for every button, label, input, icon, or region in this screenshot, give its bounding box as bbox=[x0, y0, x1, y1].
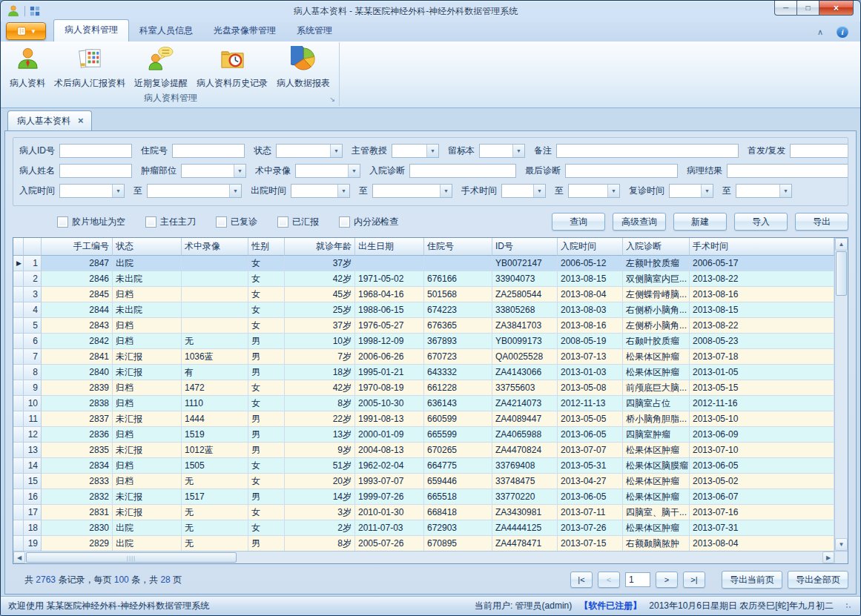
table-cell[interactable]: 664775 bbox=[424, 458, 492, 474]
table-row[interactable]: 122836归档1519男13岁2000-01-09665599ZA406598… bbox=[13, 427, 834, 443]
table-cell[interactable]: 1472 bbox=[182, 380, 248, 396]
admission-date-to-combobox[interactable]: ▼ bbox=[147, 184, 242, 198]
table-cell[interactable]: 2005-10-30 bbox=[355, 396, 424, 411]
row-indicator-cell[interactable] bbox=[13, 474, 24, 489]
status-combobox[interactable]: ▼ bbox=[276, 144, 343, 158]
row-number-cell[interactable]: 13 bbox=[24, 443, 42, 458]
table-cell[interactable]: 四脑室、脑干... bbox=[623, 505, 690, 520]
ribbon-tab-system-management[interactable]: 系统管理 bbox=[286, 21, 343, 42]
application-menu-button[interactable]: ▼ bbox=[6, 22, 46, 40]
first-recurrent-combobox[interactable]: ▼ bbox=[790, 144, 848, 158]
table-cell[interactable]: 2847 bbox=[42, 256, 113, 271]
table-cell[interactable]: 2008-05-19 bbox=[558, 334, 623, 349]
row-indicator-cell[interactable] bbox=[13, 349, 24, 365]
row-indicator-cell[interactable] bbox=[13, 380, 24, 396]
row-number-cell[interactable]: 14 bbox=[24, 458, 42, 474]
table-cell[interactable]: 33805268 bbox=[492, 302, 558, 318]
row-number-cell[interactable]: 12 bbox=[24, 427, 42, 443]
export-button[interactable]: 导出 bbox=[795, 213, 848, 231]
table-cell[interactable]: 2839 bbox=[42, 380, 113, 396]
table-cell[interactable]: 1995-01-21 bbox=[355, 365, 424, 380]
grid-corner-indicator[interactable] bbox=[13, 238, 24, 256]
chief-professor-combobox[interactable]: ▼ bbox=[392, 144, 439, 158]
table-cell[interactable]: 42岁 bbox=[285, 271, 355, 287]
table-cell[interactable]: 右侧桥小脑角... bbox=[623, 302, 690, 318]
row-number-cell[interactable]: 10 bbox=[24, 396, 42, 411]
table-cell[interactable]: 672903 bbox=[424, 520, 492, 536]
table-cell[interactable]: 1993-07-07 bbox=[355, 474, 424, 489]
column-header[interactable]: 手工编号 bbox=[42, 238, 113, 256]
revisit-date-to-combobox[interactable]: ▼ bbox=[736, 184, 792, 198]
row-number-cell[interactable]: 16 bbox=[24, 489, 42, 505]
table-cell[interactable]: 42岁 bbox=[285, 380, 355, 396]
admission-no-input[interactable] bbox=[172, 144, 245, 158]
table-cell[interactable]: 2829 bbox=[42, 536, 113, 551]
table-cell[interactable]: 2004-08-13 bbox=[355, 443, 424, 458]
table-cell[interactable]: 松果体区肿瘤 bbox=[623, 474, 690, 489]
ribbon-button-postop-report[interactable]: 术后病人汇报资料 bbox=[50, 44, 130, 91]
table-cell[interactable]: 665518 bbox=[424, 489, 492, 505]
document-tab-patient-basic-data[interactable]: 病人基本资料 × bbox=[7, 110, 92, 130]
table-cell[interactable]: 女 bbox=[248, 396, 285, 411]
table-cell[interactable]: 女 bbox=[248, 256, 285, 271]
row-indicator-cell[interactable] bbox=[13, 443, 24, 458]
query-button[interactable]: 查询 bbox=[552, 213, 605, 231]
next-page-button[interactable]: > bbox=[656, 572, 678, 588]
column-header[interactable]: 状态 bbox=[113, 238, 182, 256]
table-cell[interactable]: 未汇报 bbox=[113, 505, 182, 520]
patient-id-input[interactable] bbox=[59, 144, 132, 158]
table-cell[interactable]: 松果体区肿瘤 bbox=[623, 365, 690, 380]
table-row[interactable]: 72841未汇报1036蓝男7岁2006-06-26670723QA002552… bbox=[13, 349, 834, 365]
table-cell[interactable]: 2842 bbox=[42, 334, 113, 349]
column-header[interactable]: 住院号 bbox=[424, 238, 492, 256]
table-cell[interactable]: 2006-05-12 bbox=[558, 256, 623, 271]
table-cell[interactable]: 2010-01-30 bbox=[355, 505, 424, 520]
discharge-date-to-combobox[interactable]: ▼ bbox=[372, 184, 452, 198]
table-cell[interactable]: 25岁 bbox=[285, 302, 355, 318]
table-cell[interactable]: 2835 bbox=[42, 443, 113, 458]
checkbox-endocrine-exam[interactable]: 内分泌检查 bbox=[339, 216, 398, 228]
checkbox-film-address-empty[interactable]: 胶片地址为空 bbox=[57, 216, 125, 228]
table-cell[interactable]: 9岁 bbox=[285, 443, 355, 458]
table-cell[interactable]: 未汇报 bbox=[113, 411, 182, 427]
table-cell[interactable]: ZA4143066 bbox=[492, 365, 558, 380]
table-cell[interactable]: 676365 bbox=[424, 318, 492, 334]
table-cell[interactable]: 7岁 bbox=[285, 349, 355, 365]
table-row[interactable]: 82840未汇报有男18岁1995-01-21643332ZA414306620… bbox=[13, 365, 834, 380]
scroll-right-icon[interactable]: ▶ bbox=[822, 552, 834, 563]
table-cell[interactable]: 2013-07-10 bbox=[690, 443, 834, 458]
table-cell[interactable]: 2013-07-31 bbox=[690, 520, 834, 536]
table-cell[interactable]: 2013-06-05 bbox=[690, 458, 834, 474]
table-row[interactable]: 102838归档1110女8岁2005-10-30636143ZA4214073… bbox=[13, 396, 834, 411]
table-cell[interactable]: 2013-08-04 bbox=[690, 536, 834, 551]
checkbox-revisited[interactable]: 已复诊 bbox=[216, 216, 257, 228]
checkbox-chief-surgeon[interactable]: 主任主刀 bbox=[145, 216, 196, 228]
table-row[interactable]: 92839归档1472女42岁1970-08-19661228337556032… bbox=[13, 380, 834, 396]
table-cell[interactable]: 2832 bbox=[42, 489, 113, 505]
specimen-combobox[interactable]: ▼ bbox=[479, 144, 525, 158]
advanced-query-button[interactable]: 高级查询 bbox=[613, 213, 666, 231]
final-diagnosis-input[interactable] bbox=[565, 164, 678, 178]
table-cell[interactable]: 1971-05-02 bbox=[355, 271, 424, 287]
table-cell[interactable]: 无 bbox=[182, 536, 248, 551]
table-row[interactable]: 42844未出院女25岁1988-06-15674223338052682013… bbox=[13, 302, 834, 318]
checkbox-reported[interactable]: 已汇报 bbox=[277, 216, 319, 228]
tab-close-icon[interactable]: × bbox=[78, 116, 84, 125]
table-cell[interactable]: 2013-07-15 bbox=[558, 536, 623, 551]
discharge-date-from-combobox[interactable]: ▼ bbox=[291, 184, 350, 198]
table-cell[interactable]: 女 bbox=[248, 302, 285, 318]
table-cell[interactable] bbox=[182, 302, 248, 318]
table-cell[interactable]: 男 bbox=[248, 489, 285, 505]
table-cell[interactable]: 2013-01-05 bbox=[690, 365, 834, 380]
table-cell[interactable]: YB0072147 bbox=[492, 256, 558, 271]
table-cell[interactable]: 2013-07-16 bbox=[690, 505, 834, 520]
table-row[interactable]: 192829出院无男8岁2005-07-26670895ZA4478471201… bbox=[13, 536, 834, 551]
table-cell[interactable]: ZA3430981 bbox=[492, 505, 558, 520]
table-cell[interactable]: 2013-07-07 bbox=[558, 443, 623, 458]
table-cell[interactable]: 归档 bbox=[113, 474, 182, 489]
table-cell[interactable]: 女 bbox=[248, 474, 285, 489]
table-cell[interactable]: 左侧蝶骨嵴脑... bbox=[623, 287, 690, 302]
table-cell[interactable]: 桥小脑角胆脂... bbox=[623, 411, 690, 427]
column-header[interactable]: 入院诊断 bbox=[623, 238, 690, 256]
table-cell[interactable]: 2013-05-05 bbox=[558, 411, 623, 427]
